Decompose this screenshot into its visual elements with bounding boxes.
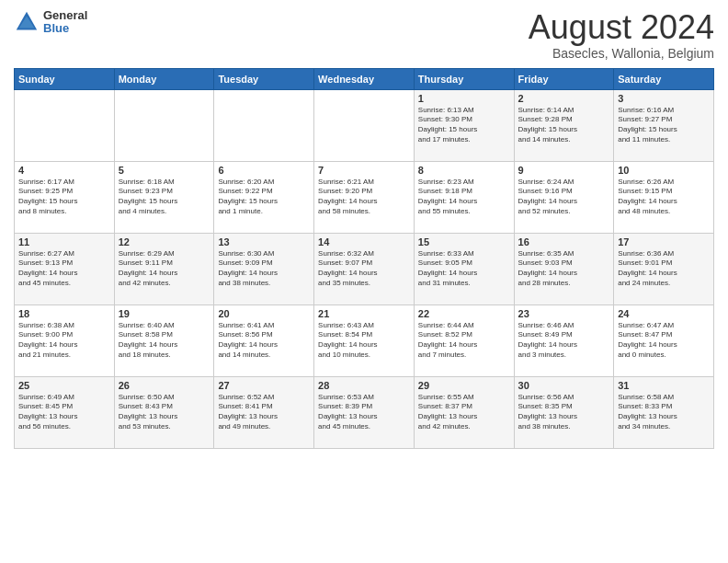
day-cell: 4Sunrise: 6:17 AM Sunset: 9:25 PM Daylig… <box>15 161 115 233</box>
day-number: 6 <box>218 165 310 176</box>
week-row-1: 4Sunrise: 6:17 AM Sunset: 9:25 PM Daylig… <box>15 161 714 233</box>
day-info: Sunrise: 6:41 AM Sunset: 8:56 PM Dayligh… <box>218 321 310 361</box>
day-number: 23 <box>518 308 610 319</box>
logo-icon <box>14 9 40 35</box>
day-number: 27 <box>218 380 310 391</box>
week-row-3: 18Sunrise: 6:38 AM Sunset: 9:00 PM Dayli… <box>15 304 714 376</box>
week-row-0: 1Sunrise: 6:13 AM Sunset: 9:30 PM Daylig… <box>15 89 714 161</box>
day-info: Sunrise: 6:30 AM Sunset: 9:09 PM Dayligh… <box>218 249 310 289</box>
day-info: Sunrise: 6:38 AM Sunset: 9:00 PM Dayligh… <box>18 321 110 361</box>
page: General Blue August 2024 Basecles, Wallo… <box>0 0 728 563</box>
day-cell: 31Sunrise: 6:58 AM Sunset: 8:33 PM Dayli… <box>614 376 714 448</box>
col-header-friday: Friday <box>514 68 614 89</box>
col-header-thursday: Thursday <box>414 68 514 89</box>
header-row: SundayMondayTuesdayWednesdayThursdayFrid… <box>15 68 714 89</box>
day-cell: 26Sunrise: 6:50 AM Sunset: 8:43 PM Dayli… <box>114 376 214 448</box>
day-cell <box>214 89 314 161</box>
day-number: 9 <box>518 165 610 176</box>
day-info: Sunrise: 6:32 AM Sunset: 9:07 PM Dayligh… <box>318 249 410 289</box>
day-info: Sunrise: 6:16 AM Sunset: 9:27 PM Dayligh… <box>618 106 710 145</box>
day-number: 15 <box>418 236 510 247</box>
day-cell: 5Sunrise: 6:18 AM Sunset: 9:23 PM Daylig… <box>114 161 214 233</box>
day-number: 8 <box>418 165 510 176</box>
week-row-2: 11Sunrise: 6:27 AM Sunset: 9:13 PM Dayli… <box>15 233 714 304</box>
day-cell: 28Sunrise: 6:53 AM Sunset: 8:39 PM Dayli… <box>314 376 415 448</box>
location: Basecles, Wallonia, Belgium <box>529 46 714 61</box>
day-info: Sunrise: 6:17 AM Sunset: 9:25 PM Dayligh… <box>18 178 110 217</box>
day-cell: 3Sunrise: 6:16 AM Sunset: 9:27 PM Daylig… <box>614 89 714 161</box>
day-info: Sunrise: 6:49 AM Sunset: 8:45 PM Dayligh… <box>18 393 110 432</box>
day-number: 7 <box>318 165 410 176</box>
calendar-table: SundayMondayTuesdayWednesdayThursdayFrid… <box>14 68 714 449</box>
day-cell: 29Sunrise: 6:55 AM Sunset: 8:37 PM Dayli… <box>414 376 514 448</box>
header: General Blue August 2024 Basecles, Wallo… <box>14 9 714 61</box>
logo: General Blue <box>14 9 87 36</box>
day-number: 11 <box>18 236 110 247</box>
month-title: August 2024 <box>529 9 714 46</box>
day-number: 13 <box>218 236 310 247</box>
day-cell: 1Sunrise: 6:13 AM Sunset: 9:30 PM Daylig… <box>414 89 514 161</box>
day-info: Sunrise: 6:50 AM Sunset: 8:43 PM Dayligh… <box>119 393 210 432</box>
day-number: 3 <box>618 93 710 104</box>
day-cell: 27Sunrise: 6:52 AM Sunset: 8:41 PM Dayli… <box>214 376 314 448</box>
day-number: 26 <box>119 380 210 391</box>
col-header-wednesday: Wednesday <box>314 68 415 89</box>
col-header-tuesday: Tuesday <box>214 68 314 89</box>
day-cell: 8Sunrise: 6:23 AM Sunset: 9:18 PM Daylig… <box>414 161 514 233</box>
day-number: 24 <box>618 308 710 319</box>
day-number: 22 <box>418 308 510 319</box>
day-cell: 14Sunrise: 6:32 AM Sunset: 9:07 PM Dayli… <box>314 233 415 304</box>
day-info: Sunrise: 6:44 AM Sunset: 8:52 PM Dayligh… <box>418 321 510 361</box>
day-info: Sunrise: 6:47 AM Sunset: 8:47 PM Dayligh… <box>618 321 710 361</box>
day-number: 12 <box>119 236 210 247</box>
day-info: Sunrise: 6:13 AM Sunset: 9:30 PM Dayligh… <box>418 106 510 145</box>
day-info: Sunrise: 6:40 AM Sunset: 8:58 PM Dayligh… <box>119 321 210 361</box>
day-cell: 6Sunrise: 6:20 AM Sunset: 9:22 PM Daylig… <box>214 161 314 233</box>
day-cell: 15Sunrise: 6:33 AM Sunset: 9:05 PM Dayli… <box>414 233 514 304</box>
day-info: Sunrise: 6:46 AM Sunset: 8:49 PM Dayligh… <box>518 321 610 361</box>
day-cell: 11Sunrise: 6:27 AM Sunset: 9:13 PM Dayli… <box>15 233 115 304</box>
day-cell: 9Sunrise: 6:24 AM Sunset: 9:16 PM Daylig… <box>514 161 614 233</box>
day-number: 19 <box>119 308 210 319</box>
day-number: 28 <box>318 380 410 391</box>
col-header-saturday: Saturday <box>614 68 714 89</box>
day-number: 17 <box>618 236 710 247</box>
day-info: Sunrise: 6:27 AM Sunset: 9:13 PM Dayligh… <box>18 249 110 289</box>
day-number: 21 <box>318 308 410 319</box>
col-header-sunday: Sunday <box>15 68 115 89</box>
day-cell: 10Sunrise: 6:26 AM Sunset: 9:15 PM Dayli… <box>614 161 714 233</box>
day-info: Sunrise: 6:55 AM Sunset: 8:37 PM Dayligh… <box>418 393 510 432</box>
day-info: Sunrise: 6:58 AM Sunset: 8:33 PM Dayligh… <box>618 393 710 432</box>
day-number: 16 <box>518 236 610 247</box>
day-number: 25 <box>18 380 110 391</box>
day-cell: 25Sunrise: 6:49 AM Sunset: 8:45 PM Dayli… <box>15 376 115 448</box>
logo-general: General <box>43 9 87 22</box>
day-cell: 13Sunrise: 6:30 AM Sunset: 9:09 PM Dayli… <box>214 233 314 304</box>
day-info: Sunrise: 6:35 AM Sunset: 9:03 PM Dayligh… <box>518 249 610 289</box>
day-info: Sunrise: 6:21 AM Sunset: 9:20 PM Dayligh… <box>318 178 410 217</box>
day-cell: 30Sunrise: 6:56 AM Sunset: 8:35 PM Dayli… <box>514 376 614 448</box>
day-info: Sunrise: 6:26 AM Sunset: 9:15 PM Dayligh… <box>618 178 710 217</box>
day-info: Sunrise: 6:14 AM Sunset: 9:28 PM Dayligh… <box>518 106 610 145</box>
logo-blue: Blue <box>43 22 87 35</box>
day-info: Sunrise: 6:33 AM Sunset: 9:05 PM Dayligh… <box>418 249 510 289</box>
day-number: 18 <box>18 308 110 319</box>
day-number: 4 <box>18 165 110 176</box>
day-info: Sunrise: 6:52 AM Sunset: 8:41 PM Dayligh… <box>218 393 310 432</box>
day-info: Sunrise: 6:56 AM Sunset: 8:35 PM Dayligh… <box>518 393 610 432</box>
day-info: Sunrise: 6:53 AM Sunset: 8:39 PM Dayligh… <box>318 393 410 432</box>
day-cell: 18Sunrise: 6:38 AM Sunset: 9:00 PM Dayli… <box>15 304 115 376</box>
day-number: 1 <box>418 93 510 104</box>
day-cell <box>114 89 214 161</box>
day-info: Sunrise: 6:29 AM Sunset: 9:11 PM Dayligh… <box>119 249 210 289</box>
day-cell: 17Sunrise: 6:36 AM Sunset: 9:01 PM Dayli… <box>614 233 714 304</box>
day-info: Sunrise: 6:23 AM Sunset: 9:18 PM Dayligh… <box>418 178 510 217</box>
day-cell: 12Sunrise: 6:29 AM Sunset: 9:11 PM Dayli… <box>114 233 214 304</box>
day-info: Sunrise: 6:36 AM Sunset: 9:01 PM Dayligh… <box>618 249 710 289</box>
week-row-4: 25Sunrise: 6:49 AM Sunset: 8:45 PM Dayli… <box>15 376 714 448</box>
day-number: 20 <box>218 308 310 319</box>
day-info: Sunrise: 6:18 AM Sunset: 9:23 PM Dayligh… <box>119 178 210 217</box>
day-cell: 19Sunrise: 6:40 AM Sunset: 8:58 PM Dayli… <box>114 304 214 376</box>
day-number: 31 <box>618 380 710 391</box>
day-number: 2 <box>518 93 610 104</box>
